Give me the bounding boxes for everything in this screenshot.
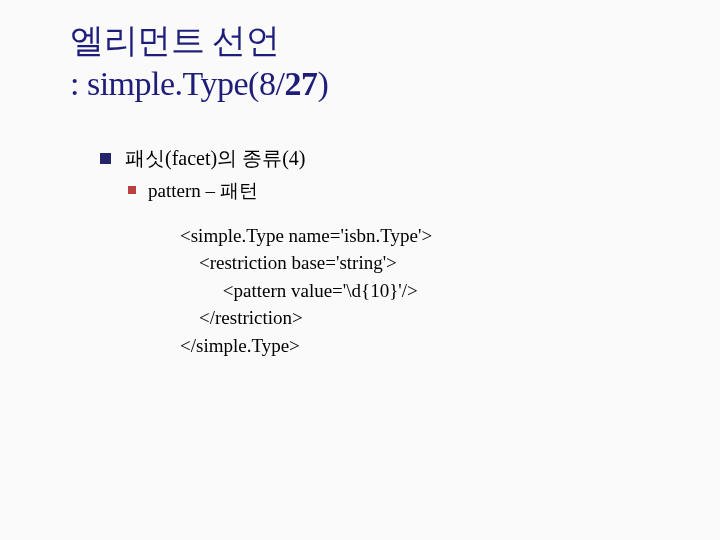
code-line-1: <simple.Type name='isbn.Type'>: [180, 225, 432, 246]
title-line-2: : simple.Type(8/27): [70, 63, 660, 106]
bullet-square-icon: [100, 153, 111, 164]
slide: 엘리먼트 선언 : simple.Type(8/27) 패싯(facet)의 종…: [0, 0, 720, 540]
code-line-4: </restriction>: [180, 307, 303, 328]
title-bold-number: 27: [284, 65, 317, 102]
title-suffix: ): [317, 65, 328, 102]
title-line-1: 엘리먼트 선언: [70, 20, 660, 63]
bullet-small-square-icon: [128, 186, 136, 194]
slide-title: 엘리먼트 선언 : simple.Type(8/27): [70, 20, 660, 105]
bullet-level-1-text: 패싯(facet)의 종류(4): [125, 145, 306, 172]
code-line-3: <pattern value='\d{10}'/>: [180, 280, 418, 301]
bullet-level-2-text: pattern – 패턴: [148, 178, 258, 204]
content-area: 패싯(facet)의 종류(4) pattern – 패턴 <simple.Ty…: [100, 145, 660, 359]
code-line-5: </simple.Type>: [180, 335, 300, 356]
bullet-level-1: 패싯(facet)의 종류(4): [100, 145, 660, 172]
title-prefix: : simple.Type(8/: [70, 65, 284, 102]
bullet-level-2: pattern – 패턴: [128, 178, 660, 204]
code-line-2: <restriction base='string'>: [180, 252, 397, 273]
code-block: <simple.Type name='isbn.Type'> <restrict…: [180, 222, 660, 360]
